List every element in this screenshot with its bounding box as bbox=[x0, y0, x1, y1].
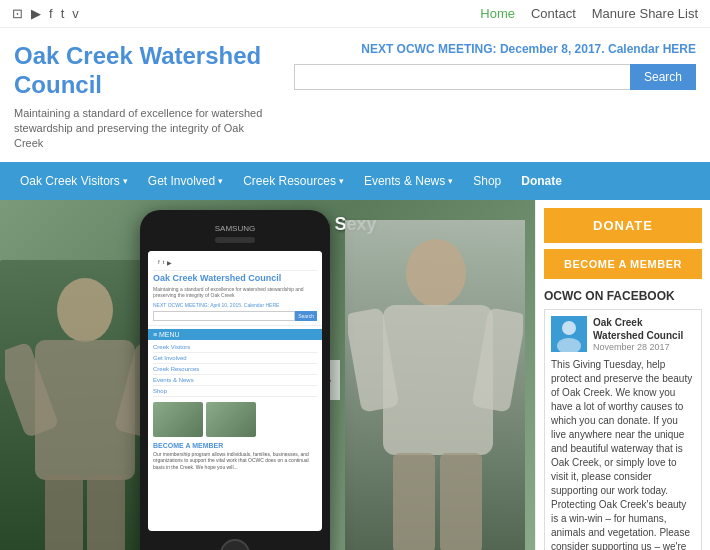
site-header: Oak Creek Watershed Council Maintaining … bbox=[0, 28, 710, 162]
nav-oak-creek-visitors[interactable]: Oak Creek Visitors ▾ bbox=[10, 162, 138, 200]
svg-point-0 bbox=[57, 278, 113, 342]
phone-search-btn: Search bbox=[295, 311, 317, 321]
facebook-avatar-image bbox=[551, 316, 587, 352]
svg-rect-11 bbox=[440, 453, 482, 550]
facebook-section-title: OCWC ON FACEBOOK bbox=[544, 289, 702, 303]
chevron-down-icon: ▾ bbox=[123, 176, 128, 186]
facebook-card-header: Oak Creek Watershed Council November 28 … bbox=[551, 316, 695, 352]
svg-rect-10 bbox=[393, 453, 435, 550]
chevron-down-icon: ▾ bbox=[448, 176, 453, 186]
phone-icon-yt: ▶ bbox=[167, 259, 172, 266]
person-right-silhouette bbox=[348, 225, 523, 550]
facebook-post-date: November 28 2017 bbox=[593, 342, 695, 352]
phone-camera bbox=[215, 237, 255, 243]
phone-menu-item: Get Involved bbox=[153, 353, 317, 364]
facebook-avatar bbox=[551, 316, 587, 352]
phone-menu-item: Events & News bbox=[153, 375, 317, 386]
svg-rect-4 bbox=[45, 475, 83, 550]
sidebar: DONATE BECOME A MEMBER OCWC ON FACEBOOK … bbox=[535, 200, 710, 550]
phone-screen-header: f t ▶ Oak Creek Watershed Council Mainta… bbox=[148, 251, 322, 326]
nav-donate[interactable]: Donate bbox=[511, 162, 572, 200]
phone-tagline: Maintaining a standard of excellence for… bbox=[153, 286, 317, 299]
facebook-page-name: Oak Creek Watershed Council bbox=[593, 316, 695, 342]
icon-facebook[interactable]: f bbox=[49, 6, 53, 21]
nav-manure[interactable]: Manure Share List bbox=[592, 6, 698, 21]
svg-point-6 bbox=[406, 239, 466, 307]
facebook-card: Oak Creek Watershed Council November 28 … bbox=[544, 309, 702, 550]
phone-menu-item: Creek Resources bbox=[153, 364, 317, 375]
header-left: Oak Creek Watershed Council Maintaining … bbox=[14, 42, 274, 152]
search-button[interactable]: Search bbox=[630, 64, 696, 90]
phone-meeting-link: HERE bbox=[265, 302, 279, 308]
facebook-post-text: This Giving Tuesday, help protect and pr… bbox=[551, 358, 695, 550]
phone-mockup: SAMSUNG f t ▶ Oak Creek Watershed Counci… bbox=[140, 210, 330, 550]
navigation-bar: Oak Creek Visitors ▾ Get Involved ▾ Cree… bbox=[0, 162, 710, 200]
phone-menu-items: Creek Visitors Get Involved Creek Resour… bbox=[148, 340, 322, 399]
top-bar: ⊡ ▶ f t v Home Contact Manure Share List bbox=[0, 0, 710, 28]
hero-person-right bbox=[345, 220, 525, 550]
hero-area: Keep Mother Nature Sexy SAMSUNG f t ▶ Oa… bbox=[0, 200, 535, 550]
phone-site-title: Oak Creek Watershed Council bbox=[153, 273, 317, 284]
phone-brand: SAMSUNG bbox=[148, 224, 322, 233]
top-navigation: Home Contact Manure Share List bbox=[480, 6, 698, 21]
phone-home-button[interactable] bbox=[220, 539, 250, 550]
meeting-notice: NEXT OCWC MEETING: December 8, 2017. Cal… bbox=[361, 42, 696, 56]
phone-icon-tw: t bbox=[163, 259, 165, 266]
chevron-down-icon: ▾ bbox=[218, 176, 223, 186]
header-right: NEXT OCWC MEETING: December 8, 2017. Cal… bbox=[294, 42, 696, 90]
meeting-date: December 8, 2017. Calendar bbox=[500, 42, 659, 56]
phone-search-input bbox=[153, 311, 295, 321]
meeting-prefix: NEXT OCWC MEETING: bbox=[361, 42, 496, 56]
icon-vimeo[interactable]: v bbox=[72, 6, 79, 21]
nav-contact[interactable]: Contact bbox=[531, 6, 576, 21]
phone-thumbnail-2 bbox=[206, 402, 256, 437]
phone-icon-fb: f bbox=[158, 259, 160, 266]
site-tagline: Maintaining a standard of excellence for… bbox=[14, 106, 274, 152]
nav-creek-resources[interactable]: Creek Resources ▾ bbox=[233, 162, 354, 200]
site-title: Oak Creek Watershed Council bbox=[14, 42, 274, 100]
become-member-button[interactable]: BECOME A MEMBER bbox=[544, 249, 702, 279]
svg-rect-5 bbox=[87, 475, 125, 550]
svg-point-20 bbox=[562, 321, 576, 335]
donate-button[interactable]: DONATE bbox=[544, 208, 702, 243]
search-input[interactable] bbox=[294, 64, 630, 90]
nav-shop[interactable]: Shop bbox=[463, 162, 511, 200]
icon-youtube[interactable]: ▶ bbox=[31, 6, 41, 21]
meeting-link[interactable]: HERE bbox=[663, 42, 696, 56]
chevron-down-icon: ▾ bbox=[339, 176, 344, 186]
phone-image-row bbox=[148, 399, 322, 440]
phone-become-member-title: BECOME A MEMBER bbox=[148, 440, 322, 451]
facebook-section: OCWC ON FACEBOOK Oak Creek Watershed Cou… bbox=[544, 289, 702, 550]
social-icons: ⊡ ▶ f t v bbox=[12, 6, 79, 21]
nav-events-news[interactable]: Events & News ▾ bbox=[354, 162, 463, 200]
nav-home[interactable]: Home bbox=[480, 6, 515, 21]
main-content: Keep Mother Nature Sexy SAMSUNG f t ▶ Oa… bbox=[0, 200, 710, 550]
phone-become-member-text: Our membership program allows individual… bbox=[148, 451, 322, 474]
phone-screen: f t ▶ Oak Creek Watershed Council Mainta… bbox=[148, 251, 322, 531]
phone-menu-item: Creek Visitors bbox=[153, 342, 317, 353]
phone-search: Search bbox=[153, 311, 317, 321]
phone-thumbnail-1 bbox=[153, 402, 203, 437]
phone-meeting: NEXT OCWC MEETING: April 10, 2015. Calen… bbox=[153, 302, 317, 308]
phone-top-icons: f t ▶ bbox=[153, 255, 317, 271]
nav-get-involved[interactable]: Get Involved ▾ bbox=[138, 162, 233, 200]
icon-rss[interactable]: ⊡ bbox=[12, 6, 23, 21]
phone-menu-bar: ≡ MENU bbox=[148, 329, 322, 340]
icon-twitter[interactable]: t bbox=[61, 6, 65, 21]
phone-menu-item: Shop bbox=[153, 386, 317, 397]
search-bar: Search bbox=[294, 64, 696, 90]
facebook-card-info: Oak Creek Watershed Council November 28 … bbox=[593, 316, 695, 352]
